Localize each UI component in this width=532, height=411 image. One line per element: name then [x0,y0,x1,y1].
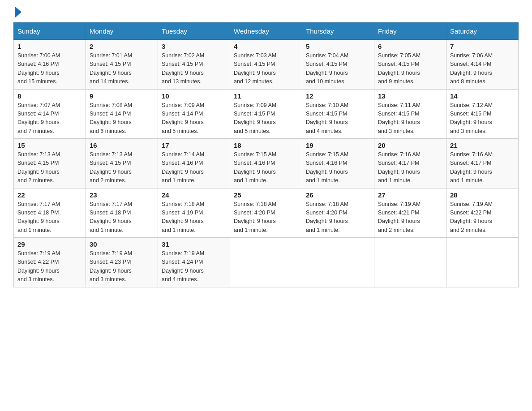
day-info: Sunrise: 7:16 AMSunset: 4:17 PMDaylight:… [378,151,420,184]
day-number: 22 [17,191,82,199]
day-number: 30 [90,240,154,248]
calendar-day-cell: 10 Sunrise: 7:09 AMSunset: 4:14 PMDaylig… [158,89,230,139]
header-tuesday: Tuesday [158,23,230,40]
calendar-day-cell: 25 Sunrise: 7:18 AMSunset: 4:20 PMDaylig… [230,188,302,238]
day-info: Sunrise: 7:14 AMSunset: 4:16 PMDaylight:… [162,151,204,184]
calendar-day-cell: 12 Sunrise: 7:10 AMSunset: 4:15 PMDaylig… [302,89,374,139]
day-number: 24 [162,191,226,199]
page-header [13,9,519,18]
calendar-day-cell: 30 Sunrise: 7:19 AMSunset: 4:23 PMDaylig… [86,238,158,287]
calendar-day-cell: 11 Sunrise: 7:09 AMSunset: 4:15 PMDaylig… [230,89,302,139]
day-info: Sunrise: 7:17 AMSunset: 4:18 PMDaylight:… [90,201,132,233]
header-saturday: Saturday [446,23,519,40]
day-info: Sunrise: 7:12 AMSunset: 4:15 PMDaylight:… [450,102,493,134]
day-info: Sunrise: 7:19 AMSunset: 4:22 PMDaylight:… [17,250,60,283]
day-number: 8 [17,92,82,100]
day-info: Sunrise: 7:02 AMSunset: 4:15 PMDaylight:… [162,52,204,85]
day-info: Sunrise: 7:10 AMSunset: 4:15 PMDaylight:… [306,102,348,134]
day-number: 29 [17,240,82,248]
day-number: 16 [90,141,154,149]
day-number: 13 [378,92,442,100]
calendar-day-cell: 15 Sunrise: 7:13 AMSunset: 4:15 PMDaylig… [14,139,86,188]
calendar-day-cell: 26 Sunrise: 7:18 AMSunset: 4:20 PMDaylig… [302,188,374,238]
day-number: 17 [162,141,226,149]
calendar-table: SundayMondayTuesdayWednesdayThursdayFrid… [13,22,519,287]
day-number: 27 [378,191,442,199]
day-number: 21 [450,141,515,149]
day-number: 19 [306,141,370,149]
calendar-day-cell: 20 Sunrise: 7:16 AMSunset: 4:17 PMDaylig… [374,139,446,188]
day-number: 18 [234,141,298,149]
calendar-day-cell: 22 Sunrise: 7:17 AMSunset: 4:18 PMDaylig… [14,188,86,238]
calendar-day-cell: 27 Sunrise: 7:19 AMSunset: 4:21 PMDaylig… [374,188,446,238]
logo-triangle-icon [15,6,21,18]
calendar-header-row: SundayMondayTuesdayWednesdayThursdayFrid… [14,23,519,40]
day-info: Sunrise: 7:04 AMSunset: 4:15 PMDaylight:… [306,52,348,85]
day-number: 14 [450,92,515,100]
day-info: Sunrise: 7:00 AMSunset: 4:16 PMDaylight:… [17,52,60,85]
day-number: 12 [306,92,370,100]
calendar-week-row: 1 Sunrise: 7:00 AMSunset: 4:16 PMDayligh… [14,40,519,90]
logo [13,9,21,18]
calendar-week-row: 15 Sunrise: 7:13 AMSunset: 4:15 PMDaylig… [14,139,519,188]
calendar-day-cell: 14 Sunrise: 7:12 AMSunset: 4:15 PMDaylig… [446,89,519,139]
day-number: 9 [90,92,154,100]
day-info: Sunrise: 7:11 AMSunset: 4:15 PMDaylight:… [378,102,420,134]
calendar-week-row: 8 Sunrise: 7:07 AMSunset: 4:14 PMDayligh… [14,89,519,139]
day-number: 6 [378,43,442,50]
header-wednesday: Wednesday [230,23,302,40]
day-number: 5 [306,43,370,50]
calendar-day-cell: 23 Sunrise: 7:17 AMSunset: 4:18 PMDaylig… [86,188,158,238]
day-info: Sunrise: 7:07 AMSunset: 4:14 PMDaylight:… [17,102,60,134]
day-number: 10 [162,92,226,100]
empty-cell [302,238,374,287]
calendar-day-cell: 1 Sunrise: 7:00 AMSunset: 4:16 PMDayligh… [14,40,86,90]
day-info: Sunrise: 7:17 AMSunset: 4:18 PMDaylight:… [17,201,60,233]
calendar-day-cell: 8 Sunrise: 7:07 AMSunset: 4:14 PMDayligh… [14,89,86,139]
calendar-week-row: 22 Sunrise: 7:17 AMSunset: 4:18 PMDaylig… [14,188,519,238]
calendar-day-cell: 18 Sunrise: 7:15 AMSunset: 4:16 PMDaylig… [230,139,302,188]
day-number: 20 [378,141,442,149]
day-info: Sunrise: 7:15 AMSunset: 4:16 PMDaylight:… [234,151,276,184]
calendar-day-cell: 16 Sunrise: 7:13 AMSunset: 4:15 PMDaylig… [86,139,158,188]
empty-cell [446,238,519,287]
empty-cell [230,238,302,287]
day-info: Sunrise: 7:05 AMSunset: 4:15 PMDaylight:… [378,52,420,85]
calendar-day-cell: 2 Sunrise: 7:01 AMSunset: 4:15 PMDayligh… [86,40,158,90]
day-number: 25 [234,191,298,199]
header-thursday: Thursday [302,23,374,40]
calendar-day-cell: 29 Sunrise: 7:19 AMSunset: 4:22 PMDaylig… [14,238,86,287]
calendar-day-cell: 5 Sunrise: 7:04 AMSunset: 4:15 PMDayligh… [302,40,374,90]
day-number: 28 [450,191,515,199]
calendar-day-cell: 28 Sunrise: 7:19 AMSunset: 4:22 PMDaylig… [446,188,519,238]
calendar-day-cell: 9 Sunrise: 7:08 AMSunset: 4:14 PMDayligh… [86,89,158,139]
calendar-day-cell: 4 Sunrise: 7:03 AMSunset: 4:15 PMDayligh… [230,40,302,90]
calendar-day-cell: 21 Sunrise: 7:16 AMSunset: 4:17 PMDaylig… [446,139,519,188]
day-info: Sunrise: 7:19 AMSunset: 4:21 PMDaylight:… [378,201,420,233]
day-number: 15 [17,141,82,149]
calendar-day-cell: 13 Sunrise: 7:11 AMSunset: 4:15 PMDaylig… [374,89,446,139]
header-monday: Monday [86,23,158,40]
day-number: 11 [234,92,298,100]
header-sunday: Sunday [14,23,86,40]
day-number: 2 [90,43,154,50]
day-info: Sunrise: 7:13 AMSunset: 4:15 PMDaylight:… [17,151,60,184]
day-number: 7 [450,43,515,50]
day-info: Sunrise: 7:18 AMSunset: 4:19 PMDaylight:… [162,201,204,233]
day-number: 26 [306,191,370,199]
day-info: Sunrise: 7:18 AMSunset: 4:20 PMDaylight:… [234,201,276,233]
calendar-day-cell: 31 Sunrise: 7:19 AMSunset: 4:24 PMDaylig… [158,238,230,287]
day-number: 31 [162,240,226,248]
day-info: Sunrise: 7:01 AMSunset: 4:15 PMDaylight:… [90,52,132,85]
day-info: Sunrise: 7:15 AMSunset: 4:16 PMDaylight:… [306,151,348,184]
day-info: Sunrise: 7:19 AMSunset: 4:24 PMDaylight:… [162,250,204,283]
calendar-day-cell: 17 Sunrise: 7:14 AMSunset: 4:16 PMDaylig… [158,139,230,188]
day-info: Sunrise: 7:16 AMSunset: 4:17 PMDaylight:… [450,151,493,184]
day-info: Sunrise: 7:08 AMSunset: 4:14 PMDaylight:… [90,102,132,134]
calendar-day-cell: 7 Sunrise: 7:06 AMSunset: 4:14 PMDayligh… [446,40,519,90]
empty-cell [374,238,446,287]
day-info: Sunrise: 7:19 AMSunset: 4:23 PMDaylight:… [90,250,132,283]
calendar-week-row: 29 Sunrise: 7:19 AMSunset: 4:22 PMDaylig… [14,238,519,287]
day-info: Sunrise: 7:09 AMSunset: 4:14 PMDaylight:… [162,102,204,134]
calendar-day-cell: 24 Sunrise: 7:18 AMSunset: 4:19 PMDaylig… [158,188,230,238]
